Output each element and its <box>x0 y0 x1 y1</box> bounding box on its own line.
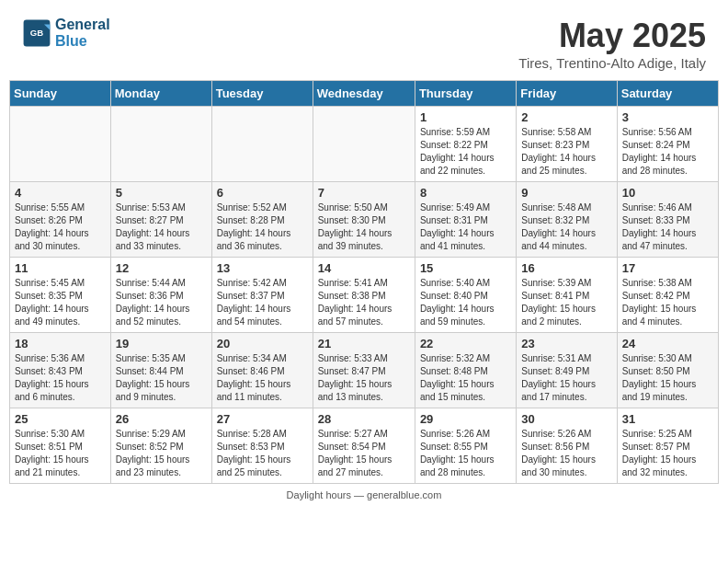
calendar-cell: 2Sunrise: 5:58 AM Sunset: 8:23 PM Daylig… <box>517 107 617 182</box>
day-info: Sunrise: 5:28 AM Sunset: 8:53 PM Dayligh… <box>217 428 308 479</box>
calendar-cell: 20Sunrise: 5:34 AM Sunset: 8:46 PM Dayli… <box>211 333 313 408</box>
day-number: 7 <box>318 186 410 200</box>
footer: Daylight hours — generalblue.com <box>0 484 728 506</box>
calendar-header-monday: Monday <box>110 81 211 107</box>
day-number: 16 <box>521 261 611 275</box>
calendar-cell: 16Sunrise: 5:39 AM Sunset: 8:41 PM Dayli… <box>517 258 617 333</box>
location-subtitle: Tires, Trentino-Alto Adige, Italy <box>518 55 706 71</box>
day-number: 3 <box>622 110 713 124</box>
calendar-cell: 25Sunrise: 5:30 AM Sunset: 8:51 PM Dayli… <box>10 408 111 484</box>
day-number: 1 <box>420 110 511 124</box>
calendar-week-3: 11Sunrise: 5:45 AM Sunset: 8:35 PM Dayli… <box>10 258 719 333</box>
day-info: Sunrise: 5:38 AM Sunset: 8:42 PM Dayligh… <box>622 277 713 328</box>
day-number: 19 <box>116 337 207 350</box>
day-number: 21 <box>318 337 410 350</box>
calendar-cell: 7Sunrise: 5:50 AM Sunset: 8:30 PM Daylig… <box>313 182 415 258</box>
calendar-cell: 28Sunrise: 5:27 AM Sunset: 8:54 PM Dayli… <box>313 408 415 484</box>
calendar-header-saturday: Saturday <box>617 81 718 107</box>
day-info: Sunrise: 5:44 AM Sunset: 8:36 PM Dayligh… <box>116 277 207 328</box>
calendar-cell: 3Sunrise: 5:56 AM Sunset: 8:24 PM Daylig… <box>617 107 718 182</box>
calendar-week-4: 18Sunrise: 5:36 AM Sunset: 8:43 PM Dayli… <box>10 333 719 408</box>
calendar-cell: 30Sunrise: 5:26 AM Sunset: 8:56 PM Dayli… <box>517 408 617 484</box>
day-info: Sunrise: 5:58 AM Sunset: 8:23 PM Dayligh… <box>521 126 611 178</box>
day-info: Sunrise: 5:48 AM Sunset: 8:32 PM Dayligh… <box>521 201 611 253</box>
day-info: Sunrise: 5:26 AM Sunset: 8:56 PM Dayligh… <box>521 428 611 479</box>
calendar-cell <box>313 107 415 182</box>
day-number: 24 <box>622 337 713 350</box>
calendar-cell: 4Sunrise: 5:55 AM Sunset: 8:26 PM Daylig… <box>10 182 111 258</box>
day-info: Sunrise: 5:39 AM Sunset: 8:41 PM Dayligh… <box>521 277 611 328</box>
day-info: Sunrise: 5:52 AM Sunset: 8:28 PM Dayligh… <box>217 201 308 253</box>
calendar-week-5: 25Sunrise: 5:30 AM Sunset: 8:51 PM Dayli… <box>10 408 719 484</box>
day-number: 6 <box>217 186 308 200</box>
calendar-cell: 21Sunrise: 5:33 AM Sunset: 8:47 PM Dayli… <box>313 333 415 408</box>
day-info: Sunrise: 5:40 AM Sunset: 8:40 PM Dayligh… <box>420 277 511 328</box>
day-number: 30 <box>521 412 611 426</box>
day-info: Sunrise: 5:34 AM Sunset: 8:46 PM Dayligh… <box>217 352 308 404</box>
day-info: Sunrise: 5:29 AM Sunset: 8:52 PM Dayligh… <box>116 428 207 479</box>
calendar-header-tuesday: Tuesday <box>211 81 313 107</box>
day-number: 22 <box>420 337 511 350</box>
day-number: 17 <box>622 261 713 275</box>
day-number: 29 <box>420 412 511 426</box>
day-number: 27 <box>217 412 308 426</box>
calendar-cell: 23Sunrise: 5:31 AM Sunset: 8:49 PM Dayli… <box>517 333 617 408</box>
calendar-cell: 5Sunrise: 5:53 AM Sunset: 8:27 PM Daylig… <box>110 182 211 258</box>
day-info: Sunrise: 5:45 AM Sunset: 8:35 PM Dayligh… <box>15 277 106 328</box>
day-number: 20 <box>217 337 308 350</box>
day-info: Sunrise: 5:30 AM Sunset: 8:50 PM Dayligh… <box>622 352 713 404</box>
title-block: May 2025 Tires, Trentino-Alto Adige, Ita… <box>518 17 706 71</box>
calendar-week-1: 1Sunrise: 5:59 AM Sunset: 8:22 PM Daylig… <box>10 107 719 182</box>
calendar-header-friday: Friday <box>517 81 617 107</box>
calendar-cell: 24Sunrise: 5:30 AM Sunset: 8:50 PM Dayli… <box>617 333 718 408</box>
day-number: 10 <box>622 186 713 200</box>
calendar-header-row: SundayMondayTuesdayWednesdayThursdayFrid… <box>10 81 719 107</box>
calendar-week-2: 4Sunrise: 5:55 AM Sunset: 8:26 PM Daylig… <box>10 182 719 258</box>
calendar-header-wednesday: Wednesday <box>313 81 415 107</box>
calendar-cell: 18Sunrise: 5:36 AM Sunset: 8:43 PM Dayli… <box>10 333 111 408</box>
calendar-cell <box>10 107 111 182</box>
day-number: 23 <box>521 337 611 350</box>
day-info: Sunrise: 5:53 AM Sunset: 8:27 PM Dayligh… <box>116 201 207 253</box>
day-number: 25 <box>15 412 106 426</box>
day-number: 12 <box>116 261 207 275</box>
svg-text:GB: GB <box>30 27 43 37</box>
calendar-cell: 12Sunrise: 5:44 AM Sunset: 8:36 PM Dayli… <box>110 258 211 333</box>
day-info: Sunrise: 5:50 AM Sunset: 8:30 PM Dayligh… <box>318 201 410 253</box>
day-number: 2 <box>521 110 611 124</box>
calendar-cell: 6Sunrise: 5:52 AM Sunset: 8:28 PM Daylig… <box>211 182 313 258</box>
day-info: Sunrise: 5:33 AM Sunset: 8:47 PM Dayligh… <box>318 352 410 404</box>
day-info: Sunrise: 5:35 AM Sunset: 8:44 PM Dayligh… <box>116 352 207 404</box>
day-number: 9 <box>521 186 611 200</box>
calendar-cell: 31Sunrise: 5:25 AM Sunset: 8:57 PM Dayli… <box>617 408 718 484</box>
calendar-cell: 19Sunrise: 5:35 AM Sunset: 8:44 PM Dayli… <box>110 333 211 408</box>
calendar-cell: 9Sunrise: 5:48 AM Sunset: 8:32 PM Daylig… <box>517 182 617 258</box>
day-number: 14 <box>318 261 410 275</box>
footer-text: Daylight hours <box>287 489 351 500</box>
logo-icon: GB <box>22 18 51 48</box>
day-number: 8 <box>420 186 511 200</box>
day-number: 18 <box>15 337 106 350</box>
day-info: Sunrise: 5:25 AM Sunset: 8:57 PM Dayligh… <box>622 428 713 479</box>
day-info: Sunrise: 5:46 AM Sunset: 8:33 PM Dayligh… <box>622 201 713 253</box>
header: GB GeneralBlue May 2025 Tires, Trentino-… <box>0 0 728 80</box>
calendar-cell: 8Sunrise: 5:49 AM Sunset: 8:31 PM Daylig… <box>415 182 516 258</box>
day-info: Sunrise: 5:55 AM Sunset: 8:26 PM Dayligh… <box>15 201 106 253</box>
calendar-cell <box>110 107 211 182</box>
day-info: Sunrise: 5:30 AM Sunset: 8:51 PM Dayligh… <box>15 428 106 479</box>
day-info: Sunrise: 5:42 AM Sunset: 8:37 PM Dayligh… <box>217 277 308 328</box>
page-container: GB GeneralBlue May 2025 Tires, Trentino-… <box>0 0 728 506</box>
day-info: Sunrise: 5:31 AM Sunset: 8:49 PM Dayligh… <box>521 352 611 404</box>
day-info: Sunrise: 5:41 AM Sunset: 8:38 PM Dayligh… <box>318 277 410 328</box>
calendar-cell: 17Sunrise: 5:38 AM Sunset: 8:42 PM Dayli… <box>617 258 718 333</box>
day-number: 5 <box>116 186 207 200</box>
calendar-header-sunday: Sunday <box>10 81 111 107</box>
calendar-cell: 26Sunrise: 5:29 AM Sunset: 8:52 PM Dayli… <box>110 408 211 484</box>
day-number: 4 <box>15 186 106 200</box>
logo: GB GeneralBlue <box>22 17 110 49</box>
calendar-cell: 29Sunrise: 5:26 AM Sunset: 8:55 PM Dayli… <box>415 408 516 484</box>
day-number: 26 <box>116 412 207 426</box>
calendar-cell: 11Sunrise: 5:45 AM Sunset: 8:35 PM Dayli… <box>10 258 111 333</box>
day-number: 15 <box>420 261 511 275</box>
day-info: Sunrise: 5:36 AM Sunset: 8:43 PM Dayligh… <box>15 352 106 404</box>
